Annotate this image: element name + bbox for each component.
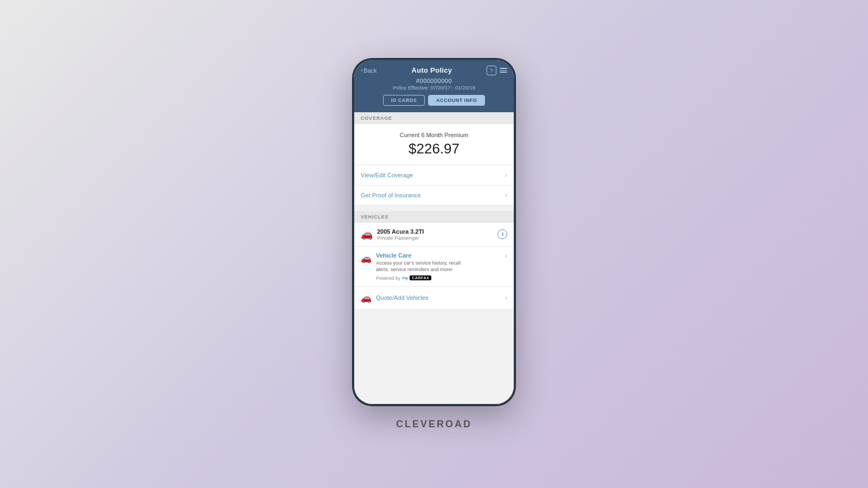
quote-add-car-icon: 🚗: [361, 293, 372, 303]
menu-icon-button[interactable]: [500, 68, 507, 73]
vehicle-subtype: Private Passenger: [377, 235, 424, 241]
get-proof-label: Get Proof of Insurance: [361, 192, 421, 198]
view-edit-coverage-item[interactable]: View/Edit Coverage ›: [354, 165, 514, 185]
view-edit-coverage-label: View/Edit Coverage: [361, 172, 413, 178]
header-nav: ‹ Back Auto Policy ?: [361, 66, 507, 75]
carfax-prefix: my: [402, 275, 409, 280]
help-icon-button[interactable]: ?: [487, 66, 496, 75]
view-edit-chevron-icon: ›: [505, 171, 507, 179]
get-proof-of-insurance-item[interactable]: Get Proof of Insurance ›: [354, 185, 514, 206]
tab-buttons: ID CARDS ACCOUNT INFO: [383, 95, 486, 106]
question-icon: ?: [490, 68, 493, 73]
premium-block: Current 6 Month Premium $226.97: [354, 124, 514, 165]
premium-amount: $226.97: [361, 140, 507, 157]
premium-label: Current 6 Month Premium: [361, 132, 507, 138]
vehicle-row[interactable]: 🚗 2005 Acura 3.2TI Private Passenger ℹ: [354, 223, 514, 247]
vehicle-care-text: Vehicle Care Access your car's service h…: [376, 252, 463, 281]
vehicle-care-car-icon: 🚗: [361, 253, 372, 281]
vehicles-section-content: 🚗 2005 Acura 3.2TI Private Passenger ℹ 🚗: [354, 223, 514, 310]
coverage-section-header: COVERAGE: [354, 112, 514, 124]
section-spacer-1: [354, 206, 514, 211]
quote-add-label: Quote/Add Vehicles: [376, 294, 429, 301]
hamburger-line-2: [500, 70, 507, 71]
proof-chevron-icon: ›: [505, 191, 507, 199]
screen-title: Auto Policy: [412, 66, 452, 74]
vehicle-care-description: Access your car's service history, recal…: [376, 260, 463, 273]
carfax-badge: CARFAX: [410, 275, 431, 280]
vehicle-left: 🚗 2005 Acura 3.2TI Private Passenger: [361, 228, 424, 241]
quote-add-inner: 🚗 Quote/Add Vehicles: [361, 293, 429, 303]
hamburger-line-3: [500, 72, 507, 73]
vehicle-care-left: 🚗 Vehicle Care Access your car's service…: [361, 252, 505, 281]
bottom-spacer: [354, 310, 514, 353]
vehicle-name: 2005 Acura 3.2TI: [377, 228, 424, 235]
policy-number: #000000000: [393, 78, 475, 84]
branding-label: CLEVEROAD: [396, 419, 472, 430]
back-label: Back: [363, 67, 376, 74]
back-chevron-icon: ‹: [361, 67, 362, 73]
phone-shell: ‹ Back Auto Policy ?: [353, 59, 515, 406]
vehicle-care-title: Vehicle Care: [376, 252, 463, 259]
car-icon: 🚗: [361, 228, 373, 240]
app-header: ‹ Back Auto Policy ?: [354, 60, 514, 112]
vehicle-info: 2005 Acura 3.2TI Private Passenger: [377, 228, 424, 241]
powered-by: Powered by myCARFAX: [376, 275, 463, 281]
quote-add-vehicles-item[interactable]: 🚗 Quote/Add Vehicles ›: [354, 287, 514, 310]
policy-info: #000000000 Policy Effective: 07/20/17 - …: [393, 78, 475, 91]
hamburger-line-1: [500, 68, 507, 69]
vehicle-info-icon-button[interactable]: ℹ: [497, 229, 507, 239]
coverage-section-content: Current 6 Month Premium $226.97 View/Edi…: [354, 124, 514, 206]
quote-add-chevron-icon: ›: [505, 294, 507, 301]
vehicles-section-header: VEHICLES: [354, 211, 514, 223]
vehicle-care-chevron-icon: ›: [505, 252, 507, 260]
powered-by-label: Powered by: [376, 275, 400, 281]
header-icons: ?: [487, 66, 507, 75]
tab-id-cards-label: ID CARDS: [391, 98, 417, 103]
tab-id-cards[interactable]: ID CARDS: [383, 95, 425, 106]
back-button[interactable]: ‹ Back: [361, 67, 377, 74]
policy-effective: Policy Effective: 07/20/17 - 01/20/18: [393, 85, 475, 91]
page-wrapper: ‹ Back Auto Policy ?: [353, 59, 515, 430]
phone-inner: ‹ Back Auto Policy ?: [354, 60, 514, 404]
tab-account-info[interactable]: ACCOUNT INFO: [428, 95, 485, 106]
tab-account-info-label: ACCOUNT INFO: [436, 98, 477, 103]
vehicle-care-row[interactable]: 🚗 Vehicle Care Access your car's service…: [354, 247, 514, 287]
phone-content[interactable]: COVERAGE Current 6 Month Premium $226.97…: [354, 112, 514, 404]
